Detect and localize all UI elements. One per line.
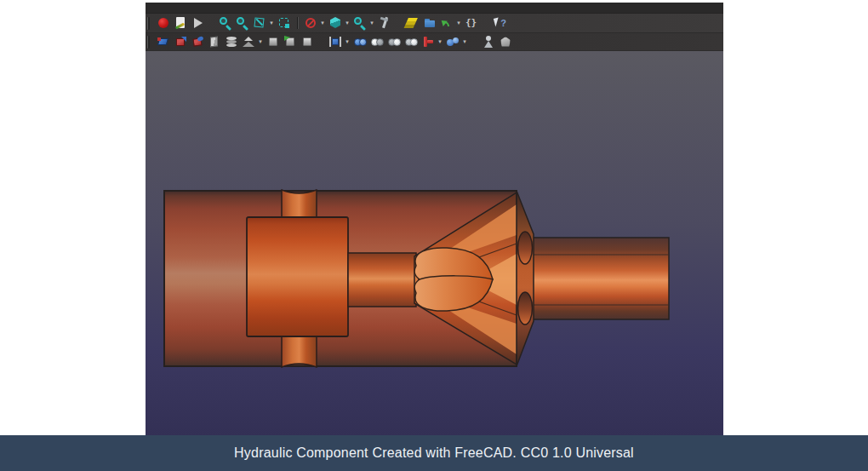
part-embed-icon[interactable] [387, 35, 401, 49]
part-sweep-icon[interactable] [266, 35, 280, 49]
part-loft-icon[interactable] [242, 35, 255, 49]
export-share-icon[interactable] [440, 16, 454, 30]
part-cut-icon[interactable] [174, 35, 187, 49]
part-revolve-icon[interactable] [225, 35, 238, 49]
dropdown-arrow-icon[interactable]: ▾ [437, 35, 443, 49]
part-connect-icon[interactable] [370, 35, 384, 49]
zoom-fit-icon[interactable] [236, 16, 249, 30]
view-cube-icon[interactable] [328, 16, 342, 30]
freecad-window: ▾▾▾▾▾ ▾▾▾▾ [146, 3, 723, 435]
window-titlebar [146, 3, 723, 14]
measure-icon[interactable] [378, 16, 391, 30]
3d-viewport[interactable] [146, 50, 723, 436]
part-split-icon[interactable] [446, 35, 460, 49]
part-extrude-icon[interactable] [208, 35, 221, 49]
file-folder-icon[interactable] [423, 16, 437, 30]
part-boolean-icon[interactable] [157, 35, 170, 49]
toolbar-grip[interactable] [147, 36, 150, 49]
hex-face[interactable] [517, 191, 534, 366]
expression-braces-icon[interactable] [465, 16, 478, 30]
box-selection-icon[interactable] [277, 16, 291, 30]
part-join-icon[interactable] [421, 35, 435, 49]
shaft-cylinder[interactable] [348, 253, 416, 307]
caption-text: Hydraulic Component Created with FreeCAD… [234, 445, 634, 461]
part-check-icon[interactable] [482, 35, 495, 49]
part-transform-icon[interactable] [328, 35, 342, 49]
part-defeaturing-icon[interactable] [499, 35, 512, 49]
part-box-icon[interactable] [300, 35, 314, 49]
top-port[interactable] [282, 190, 317, 218]
dropdown-arrow-icon[interactable]: ▾ [268, 16, 275, 30]
dropdown-arrow-icon[interactable]: ▾ [257, 35, 264, 49]
draw-style-icon[interactable] [253, 16, 266, 30]
dropdown-arrow-icon[interactable]: ▾ [344, 35, 351, 49]
clipping-icon[interactable] [304, 16, 317, 30]
part-cutout-icon[interactable] [404, 35, 418, 49]
dropdown-arrow-icon[interactable]: ▾ [455, 16, 462, 30]
outlet-pipe[interactable] [532, 238, 669, 319]
record-macro-icon[interactable] [157, 16, 170, 30]
whats-this-icon[interactable] [493, 16, 506, 30]
hex-bore-lower[interactable] [518, 292, 533, 325]
python-stack-icon[interactable] [406, 16, 420, 30]
hex-bore-upper[interactable] [518, 232, 533, 264]
toolbar-row-2: ▾▾▾▾ [146, 32, 723, 50]
collar-block[interactable] [247, 217, 348, 336]
dropdown-arrow-icon[interactable]: ▾ [344, 16, 351, 30]
edit-macro-icon[interactable] [174, 16, 187, 30]
execute-macro-icon[interactable] [191, 16, 204, 30]
zoom-selection-icon[interactable] [219, 16, 232, 30]
zoom-tools-icon[interactable] [353, 16, 367, 30]
dropdown-arrow-icon[interactable]: ▾ [461, 35, 468, 49]
part-offset-icon[interactable] [283, 35, 297, 49]
dropdown-arrow-icon[interactable]: ▾ [368, 16, 375, 30]
toolbar-row-1: ▾▾▾▾▾ [146, 14, 723, 32]
part-sphere-pair-icon[interactable] [353, 35, 367, 49]
part-common-icon[interactable] [191, 35, 204, 49]
3d-model-hydraulic-component[interactable] [146, 51, 723, 437]
toolbar-grip[interactable] [147, 17, 150, 30]
bottom-port[interactable] [282, 336, 317, 367]
page: ▾▾▾▾▾ ▾▾▾▾ [0, 0, 868, 471]
toolbar-separator [297, 17, 298, 29]
caption-bar: Hydraulic Component Created with FreeCAD… [0, 435, 868, 471]
dropdown-arrow-icon[interactable]: ▾ [319, 16, 326, 30]
